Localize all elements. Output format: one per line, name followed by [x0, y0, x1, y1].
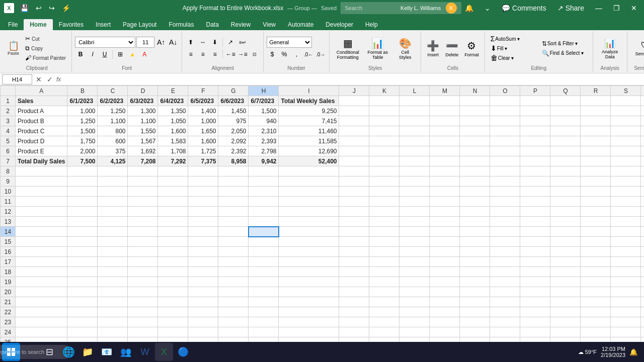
col-header-G[interactable]: G [218, 86, 249, 96]
cell-A10[interactable] [16, 187, 67, 197]
cell-C14[interactable] [98, 227, 128, 237]
cell-S19[interactable] [611, 277, 641, 287]
cell-G24[interactable] [218, 327, 249, 337]
cell-C11[interactable] [98, 197, 128, 207]
cell-I23[interactable] [279, 317, 339, 327]
cell-S4[interactable] [611, 126, 641, 136]
cell-R1[interactable] [581, 96, 611, 106]
cell-P15[interactable] [520, 237, 550, 247]
cell-B16[interactable] [67, 247, 98, 257]
cell-F24[interactable] [188, 327, 218, 337]
cell-G12[interactable] [218, 207, 249, 217]
tab-insert[interactable]: Insert [90, 19, 117, 30]
col-header-A[interactable]: A [16, 86, 67, 96]
cell-K18[interactable] [369, 267, 399, 277]
cell-T5[interactable] [641, 136, 644, 146]
cell-C24[interactable] [98, 327, 128, 337]
tab-help[interactable]: Help [359, 19, 384, 30]
cell-E14[interactable] [158, 227, 188, 237]
row-header-3[interactable]: 3 [1, 116, 16, 126]
formula-confirm-button[interactable]: ✓ [45, 75, 54, 83]
cell-C17[interactable] [98, 257, 128, 267]
cell-S2[interactable] [611, 106, 641, 116]
cell-D13[interactable] [128, 217, 158, 227]
cell-K7[interactable] [369, 156, 399, 166]
cell-G15[interactable] [218, 237, 249, 247]
cell-T4[interactable] [641, 126, 644, 136]
cell-P6[interactable] [520, 146, 550, 156]
tab-review[interactable]: Review [225, 19, 257, 30]
cell-F22[interactable] [188, 307, 218, 317]
outlook-button[interactable]: 📧 [98, 343, 116, 361]
formula-input[interactable] [63, 74, 642, 84]
cell-L8[interactable] [399, 166, 430, 176]
cell-P5[interactable] [520, 136, 550, 146]
cell-C8[interactable] [98, 166, 128, 176]
col-header-D[interactable]: D [128, 86, 158, 96]
currency-button[interactable]: $ [267, 49, 278, 60]
cell-F9[interactable] [188, 176, 218, 187]
edge-button[interactable]: 🌐 [59, 343, 77, 361]
decrease-indent-button[interactable]: ←≡ [225, 49, 236, 60]
cell-O22[interactable] [490, 307, 520, 317]
cell-H1[interactable]: 6/7/2023 [249, 96, 279, 106]
cell-L2[interactable] [399, 106, 430, 116]
cell-B5[interactable]: 1,750 [67, 136, 98, 146]
cell-K21[interactable] [369, 297, 399, 307]
italic-button[interactable]: I [87, 49, 98, 60]
cell-F20[interactable] [188, 287, 218, 297]
cell-P14[interactable] [520, 227, 550, 237]
cell-R18[interactable] [581, 267, 611, 277]
cell-B22[interactable] [67, 307, 98, 317]
cell-S5[interactable] [611, 136, 641, 146]
cell-Q1[interactable] [550, 96, 581, 106]
cell-K19[interactable] [369, 277, 399, 287]
cell-M12[interactable] [430, 207, 460, 217]
cell-T9[interactable] [641, 176, 644, 187]
word-button[interactable]: W [136, 343, 154, 361]
cell-N11[interactable] [460, 197, 490, 207]
col-header-Q[interactable]: Q [550, 86, 581, 96]
cell-O24[interactable] [490, 327, 520, 337]
tab-favorites[interactable]: Favorites [53, 19, 90, 30]
cell-Q21[interactable] [550, 297, 581, 307]
cell-E15[interactable] [158, 237, 188, 247]
cell-Q12[interactable] [550, 207, 581, 217]
cell-I18[interactable] [279, 267, 339, 277]
cell-C12[interactable] [98, 207, 128, 217]
cell-O12[interactable] [490, 207, 520, 217]
cell-C19[interactable] [98, 277, 128, 287]
ribbon-search-input[interactable] [341, 2, 461, 14]
cell-J6[interactable] [339, 146, 369, 156]
row-header-10[interactable]: 10 [1, 187, 16, 197]
cell-C20[interactable] [98, 287, 128, 297]
cell-A18[interactable] [16, 267, 67, 277]
cell-T16[interactable] [641, 247, 644, 257]
cell-Q4[interactable] [550, 126, 581, 136]
cell-T6[interactable] [641, 146, 644, 156]
col-header-H[interactable]: H [249, 86, 279, 96]
cell-Q23[interactable] [550, 317, 581, 327]
cell-G6[interactable]: 2,392 [218, 146, 249, 156]
cell-K17[interactable] [369, 257, 399, 267]
cell-O15[interactable] [490, 237, 520, 247]
cell-A19[interactable] [16, 277, 67, 287]
cell-S17[interactable] [611, 257, 641, 267]
cell-R2[interactable] [581, 106, 611, 116]
undo-button[interactable]: ↩ [33, 3, 45, 13]
cell-E11[interactable] [158, 197, 188, 207]
cell-O19[interactable] [490, 277, 520, 287]
cell-R17[interactable] [581, 257, 611, 267]
cell-S18[interactable] [611, 267, 641, 277]
cell-I8[interactable] [279, 166, 339, 176]
cell-Q15[interactable] [550, 237, 581, 247]
cell-H24[interactable] [249, 327, 279, 337]
cell-P2[interactable] [520, 106, 550, 116]
cell-S9[interactable] [611, 176, 641, 187]
cell-S20[interactable] [611, 287, 641, 297]
cell-R4[interactable] [581, 126, 611, 136]
cell-R10[interactable] [581, 187, 611, 197]
task-view-button[interactable]: ⊟ [40, 343, 58, 361]
cell-I7[interactable]: 52,400 [279, 156, 339, 166]
cell-F6[interactable]: 1,725 [188, 146, 218, 156]
